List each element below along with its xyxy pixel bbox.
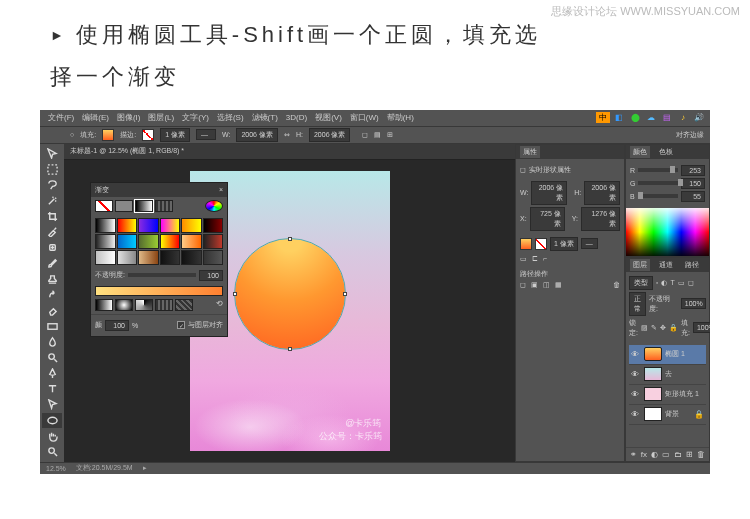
ellipse-shape[interactable] [235,239,345,349]
reflected-gradient-button[interactable] [155,299,173,311]
prop-stroke-swatch[interactable] [535,238,547,250]
fx-icon[interactable]: fx [641,450,647,459]
opacity-slider[interactable] [128,273,196,277]
menu-help[interactable]: 帮助(H) [387,112,414,123]
history-brush-tool[interactable] [42,287,62,303]
paths-tab[interactable]: 路径 [682,259,702,271]
link-icon[interactable]: ⇔ [284,131,290,139]
pathop-3[interactable]: ◫ [543,281,550,289]
gradient-swatch-14[interactable] [138,250,159,265]
gradient-swatch-6[interactable] [95,234,116,249]
properties-tab[interactable]: 属性 [520,146,540,158]
tray-ime[interactable]: 中 [596,112,610,123]
footer-opacity-field[interactable]: 100 [105,320,129,331]
lasso-tool[interactable] [42,177,62,193]
wand-tool[interactable] [42,193,62,209]
layer-row-0[interactable]: 👁椭圆 1 [629,345,706,365]
layer-row-1[interactable]: 👁去 [629,365,706,385]
lock-icon-2[interactable]: ✎ [651,324,657,332]
gradient-swatch-10[interactable] [181,234,202,249]
gradient-swatch-2[interactable] [138,218,159,233]
move-tool[interactable] [42,146,62,162]
status-arrow-icon[interactable]: ▸ [143,464,147,472]
stroke-align-icon[interactable]: ▭ [520,255,527,263]
linear-gradient-button[interactable] [95,299,113,311]
lock-icon-3[interactable]: ✥ [660,324,666,332]
pathop-1[interactable]: ◻ [520,281,526,289]
blur-tool[interactable] [42,334,62,350]
width-field[interactable]: 2006 像素 [236,128,278,142]
filter-icon-3[interactable]: T [670,279,674,286]
height-field[interactable]: 2006 像素 [309,128,351,142]
layer-row-3[interactable]: 👁背景🔒 [629,405,706,425]
prop-y-field[interactable]: 1276 像素 [581,207,620,231]
r-field[interactable]: 253 [681,165,705,176]
menu-filter[interactable]: 滤镜(T) [252,112,278,123]
delete-layer-icon[interactable]: 🗑 [697,450,705,459]
angle-gradient-button[interactable] [135,299,153,311]
new-layer-icon[interactable]: ⊞ [686,450,693,459]
layer-fill-field[interactable]: 100% [693,322,710,333]
menu-3d[interactable]: 3D(D) [286,113,307,122]
eraser-tool[interactable] [42,303,62,319]
gradient-swatch-15[interactable] [160,250,181,265]
align-checkbox[interactable]: ✓ [177,321,185,329]
pathop-4[interactable]: ▦ [555,281,562,289]
layers-tab[interactable]: 图层 [630,259,650,271]
gradient-swatch-0[interactable] [95,218,116,233]
fill-solid-button[interactable] [115,200,133,212]
align-edges-label[interactable]: 对齐边缘 [676,130,704,140]
tray-icon-3[interactable]: ☁ [644,112,658,123]
trash-icon[interactable]: 🗑 [613,281,620,288]
gradient-swatch-12[interactable] [95,250,116,265]
g-slider[interactable] [638,181,678,185]
visibility-icon[interactable]: 👁 [631,350,641,359]
filter-icon-5[interactable]: ◻ [688,279,694,287]
lock-icon-4[interactable]: 🔒 [669,324,678,332]
filter-icon-2[interactable]: ◐ [661,279,667,287]
gradient-swatch-7[interactable] [117,234,138,249]
swatches-tab[interactable]: 色板 [656,146,676,158]
layer-opacity-field[interactable]: 100% [681,298,706,309]
opacity-field[interactable]: 100 [199,270,223,281]
eyedropper-tool[interactable] [42,224,62,240]
menu-image[interactable]: 图像(I) [117,112,141,123]
prop-h-field[interactable]: 2006 像素 [584,181,620,205]
gradient-swatch-1[interactable] [117,218,138,233]
transform-handle-right[interactable] [343,292,347,296]
diamond-gradient-button[interactable] [175,299,193,311]
gradient-swatch-4[interactable] [181,218,202,233]
crop-tool[interactable] [42,208,62,224]
heal-tool[interactable] [42,240,62,256]
transform-handle-left[interactable] [233,292,237,296]
tray-icon-5[interactable]: ♪ [676,112,690,123]
transform-handle-bottom[interactable] [288,347,292,351]
stroke-style-dropdown[interactable]: — [196,129,216,140]
menu-edit[interactable]: 编辑(E) [82,112,109,123]
fill-none-button[interactable] [95,200,113,212]
layer-filter-kind[interactable]: 类型 [629,276,653,290]
gradient-swatch-9[interactable] [160,234,181,249]
stroke-width-field[interactable]: 1 像素 [160,128,190,142]
menu-type[interactable]: 文字(Y) [182,112,209,123]
prop-stroke-w[interactable]: 1 像素 [550,237,578,251]
visibility-icon[interactable]: 👁 [631,410,641,419]
gradient-swatch-11[interactable] [203,234,224,249]
transform-handle-top[interactable] [288,237,292,241]
type-tool[interactable] [42,381,62,397]
menu-layer[interactable]: 图层(L) [148,112,174,123]
stroke-cap-icon[interactable]: ⊏ [532,255,538,263]
gradient-swatch-3[interactable] [160,218,181,233]
mask-icon[interactable]: ◐ [651,450,658,459]
prop-fill-swatch[interactable] [520,238,532,250]
ellipse-tool[interactable] [42,413,62,429]
gradient-swatch-13[interactable] [117,250,138,265]
brush-tool[interactable] [42,256,62,272]
menu-window[interactable]: 窗口(W) [350,112,379,123]
menu-view[interactable]: 视图(V) [315,112,342,123]
link-layers-icon[interactable]: ⚭ [630,450,637,459]
align-icon[interactable]: ▤ [374,131,381,139]
group-icon[interactable]: 🗀 [674,450,682,459]
zoom-level[interactable]: 12.5% [46,465,66,472]
gradient-swatch-5[interactable] [203,218,224,233]
